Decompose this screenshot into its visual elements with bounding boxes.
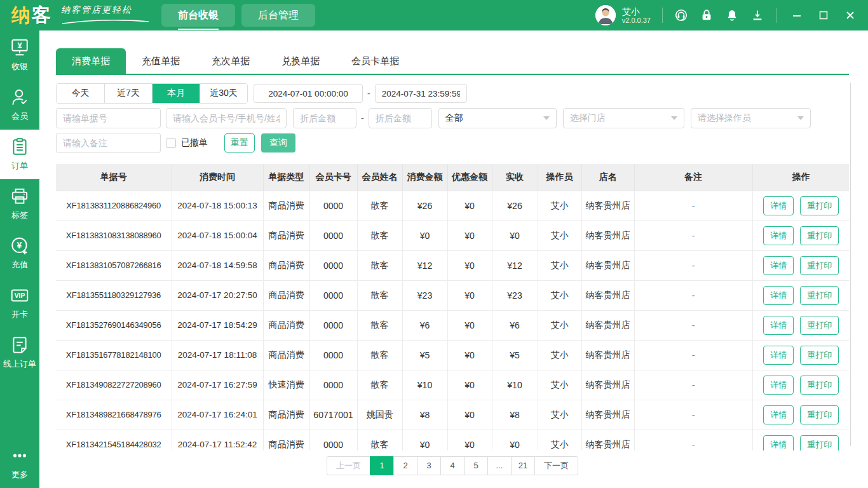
detail-button[interactable]: 详情 xyxy=(763,376,794,395)
reprint-button[interactable]: 重打印 xyxy=(800,196,839,215)
reprint-button[interactable]: 重打印 xyxy=(800,226,839,245)
bell-icon[interactable] xyxy=(725,8,739,22)
reprint-button[interactable]: 重打印 xyxy=(800,405,839,424)
sidebar-item-members[interactable]: 会员 xyxy=(0,80,39,130)
minimize-icon[interactable] xyxy=(792,10,802,20)
page-button-3[interactable]: 3 xyxy=(417,456,441,475)
page-button-下一页[interactable]: 下一页 xyxy=(534,456,578,475)
actions-cell: 详情重打印 xyxy=(752,430,849,451)
reprint-button[interactable]: 重打印 xyxy=(800,376,839,395)
quick-range-今天[interactable]: 今天 xyxy=(57,84,104,103)
download-icon[interactable] xyxy=(750,8,764,22)
operator-select[interactable]: 请选择操作员 xyxy=(691,108,811,128)
table-cell: ¥12 xyxy=(402,250,447,280)
query-button[interactable]: 查询 xyxy=(261,133,295,152)
member-search-input[interactable] xyxy=(166,108,287,128)
table-cell: XF1813421545184428032 xyxy=(56,430,172,451)
doc-tab-会员卡单据[interactable]: 会员卡单据 xyxy=(336,48,415,74)
table-cell: ¥8 xyxy=(402,400,447,430)
close-icon[interactable] xyxy=(845,10,855,20)
doc-tab-消费单据[interactable]: 消费单据 xyxy=(56,48,126,74)
detail-button[interactable]: 详情 xyxy=(763,405,794,424)
table-cell: ¥8 xyxy=(492,400,538,430)
table-cell: 散客 xyxy=(357,370,402,400)
table-cell: 60717001 xyxy=(309,400,357,430)
reprint-button[interactable]: 重打印 xyxy=(800,286,839,305)
order-type-select[interactable]: 全部 xyxy=(438,108,557,128)
order-no-input[interactable] xyxy=(56,108,161,128)
detail-button[interactable]: 详情 xyxy=(763,286,794,305)
revoked-checkbox-wrap[interactable]: 已撤单 xyxy=(166,137,208,149)
doc-tab-充次单据[interactable]: 充次单据 xyxy=(196,48,266,74)
user-avatar[interactable] xyxy=(595,5,616,25)
detail-button[interactable]: 详情 xyxy=(763,196,794,215)
more-dots-icon xyxy=(10,445,30,466)
lock-icon[interactable] xyxy=(700,8,714,22)
column-header: 会员姓名 xyxy=(357,164,402,191)
detail-button[interactable]: 详情 xyxy=(763,256,794,275)
store-select[interactable]: 选择门店 xyxy=(563,108,684,128)
sidebar-item-orders[interactable]: 订单 xyxy=(0,130,39,179)
table-cell: XF1813831120886824960 xyxy=(56,191,172,220)
vertical-scrollbar[interactable] xyxy=(850,83,851,446)
reprint-button[interactable]: 重打印 xyxy=(800,435,839,451)
nav-tab-front-cashier[interactable]: 前台收银 xyxy=(161,4,235,27)
amount-max-input[interactable] xyxy=(369,108,432,128)
table-cell: - xyxy=(634,250,752,280)
table-cell: 0000 xyxy=(309,430,357,451)
reset-button[interactable]: 重置 xyxy=(224,133,255,152)
sidebar-item-cashier[interactable]: ¥ 收银 xyxy=(0,30,39,80)
page-button-4[interactable]: 4 xyxy=(440,456,465,475)
support-icon[interactable] xyxy=(674,8,688,22)
column-header: 店名 xyxy=(581,164,634,191)
table-cell: XF1813516778182148100 xyxy=(56,340,172,370)
date-to-input[interactable] xyxy=(375,84,467,103)
svg-text:¥: ¥ xyxy=(17,41,22,50)
table-row: XF18135511803291279362024-07-17 20:27:50… xyxy=(56,280,849,310)
maximize-icon[interactable] xyxy=(818,10,829,20)
table-body: XF18138311208868249602024-07-18 15:00:13… xyxy=(56,191,849,451)
amount-min-input[interactable] xyxy=(293,108,356,128)
table-cell: ¥6 xyxy=(402,310,447,340)
page-button-1[interactable]: 1 xyxy=(370,456,394,475)
detail-button[interactable]: 详情 xyxy=(763,226,794,245)
sidebar-item-recharge[interactable]: ¥ 充值 xyxy=(0,229,39,278)
detail-button[interactable]: 详情 xyxy=(763,346,794,365)
quick-range-近7天[interactable]: 近7天 xyxy=(104,84,152,103)
table-cell: ¥26 xyxy=(492,191,538,220)
doc-tab-充值单据[interactable]: 充值单据 xyxy=(126,48,196,74)
remark-input[interactable] xyxy=(56,133,161,153)
table-cell: ¥0 xyxy=(447,400,492,430)
table-cell: 2024-07-17 11:52:42 xyxy=(172,430,263,451)
table-cell: 纳客贵州店 xyxy=(581,430,634,451)
reprint-button[interactable]: 重打印 xyxy=(800,346,839,365)
table-cell: ¥0 xyxy=(447,340,492,370)
page-button-5[interactable]: 5 xyxy=(464,456,488,475)
sidebar-item-more[interactable]: 更多 xyxy=(0,438,39,488)
sidebar-item-labels[interactable]: 标签 xyxy=(0,179,39,229)
nav-tab-backend-admin[interactable]: 后台管理 xyxy=(241,4,315,27)
column-header: 单据类型 xyxy=(263,164,309,191)
page-button-...[interactable]: ... xyxy=(487,456,512,475)
revoked-checkbox[interactable] xyxy=(166,138,176,148)
sidebar-item-open-card[interactable]: VIP 开卡 xyxy=(0,278,39,328)
table-cell: 2024-07-17 18:54:29 xyxy=(172,310,263,340)
quick-range-本月[interactable]: 本月 xyxy=(152,84,200,103)
page-button-2[interactable]: 2 xyxy=(393,456,417,475)
reprint-button[interactable]: 重打印 xyxy=(800,316,839,335)
quick-range-近30天[interactable]: 近30天 xyxy=(200,84,247,103)
page-button-上一页[interactable]: 上一页 xyxy=(327,456,370,475)
table-row: XF18134908227272089602024-07-17 16:27:59… xyxy=(56,370,849,400)
date-from-input[interactable] xyxy=(254,84,363,103)
reprint-button[interactable]: 重打印 xyxy=(800,256,839,275)
avatar-person-icon xyxy=(595,5,616,25)
detail-button[interactable]: 详情 xyxy=(763,435,794,451)
table-cell: - xyxy=(634,340,752,370)
divider xyxy=(662,8,663,23)
doc-tab-兑换单据[interactable]: 兑换单据 xyxy=(266,48,336,74)
detail-button[interactable]: 详情 xyxy=(763,316,794,335)
page-button-21[interactable]: 21 xyxy=(511,456,535,475)
table-row: XF18138310831380889602024-07-18 15:00:04… xyxy=(56,220,849,250)
table-cell: 0000 xyxy=(309,220,357,250)
sidebar-item-online-orders[interactable]: 线上订单 xyxy=(0,328,39,377)
